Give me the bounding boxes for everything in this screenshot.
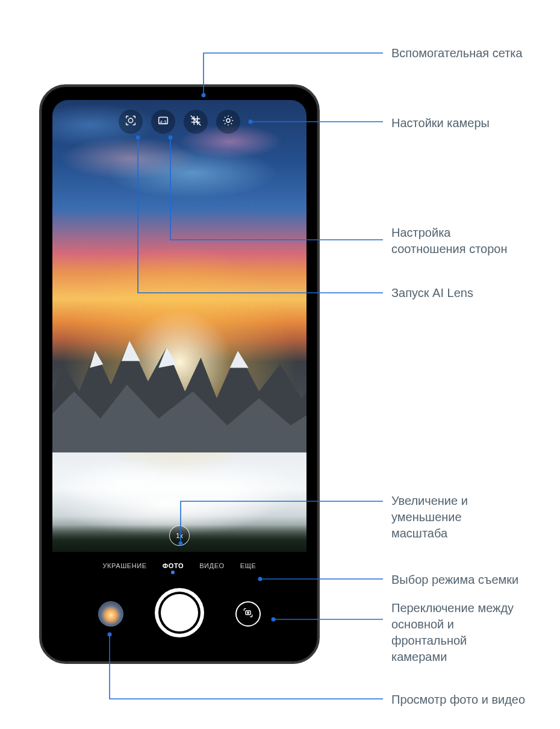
low-clouds	[52, 434, 306, 534]
callout-gallery: Просмотр фото и видео	[391, 692, 525, 708]
svg-point-2	[226, 119, 230, 122]
mode-more[interactable]: ЕЩЕ	[240, 562, 257, 569]
mode-photo[interactable]: ФОТО	[163, 562, 184, 569]
ai-lens-button[interactable]	[119, 110, 143, 134]
grid-icon	[189, 114, 202, 130]
top-toolbar: 4:3	[52, 110, 306, 134]
mode-beauty[interactable]: УКРАШЕНИЕ	[102, 562, 146, 569]
tablet-frame: 4:3 1x	[39, 84, 320, 664]
callout-zoom: Увеличение иуменьшениемасштаба	[391, 493, 468, 542]
gear-icon	[222, 114, 235, 130]
ai-lens-icon	[124, 114, 137, 130]
switch-camera-icon	[242, 607, 254, 621]
callout-modes: Выбор режима съемки	[391, 572, 518, 588]
zoom-label: 1x	[176, 532, 183, 539]
controls-row	[52, 580, 306, 648]
grid-button[interactable]	[184, 110, 208, 134]
callout-grid: Вспомогательная сетка	[391, 45, 523, 61]
mode-video[interactable]: ВИДЕО	[199, 562, 225, 569]
settings-button[interactable]	[216, 110, 240, 134]
tablet-screen: 4:3 1x	[52, 100, 306, 648]
callout-switch: Переключение междуосновной ифронтальнойк…	[391, 600, 514, 665]
aspect-ratio-text: 4:3	[160, 120, 166, 124]
svg-point-0	[128, 118, 132, 122]
callout-settings: Настойки камеры	[391, 115, 490, 131]
callout-aspect: Настройкасоотношения сторон	[391, 225, 507, 257]
mountains	[52, 317, 306, 452]
zoom-button[interactable]: 1x	[169, 525, 190, 546]
bottom-bar: УКРАШЕНИЕ ФОТО ВИДЕО ЕЩЕ	[52, 552, 306, 648]
mode-selector[interactable]: УКРАШЕНИЕ ФОТО ВИДЕО ЕЩЕ	[52, 552, 306, 580]
callout-ailens: Запуск AI Lens	[391, 285, 473, 301]
shutter-button[interactable]	[158, 592, 201, 634]
camera-viewfinder: 4:3 1x	[52, 100, 306, 552]
diagram-stage: 4:3 1x	[0, 0, 560, 729]
switch-camera-button[interactable]	[235, 601, 261, 627]
svg-rect-3	[246, 611, 250, 615]
gallery-thumbnail[interactable]	[98, 601, 123, 627]
aspect-ratio-button[interactable]: 4:3	[151, 110, 175, 134]
svg-point-4	[247, 612, 249, 614]
